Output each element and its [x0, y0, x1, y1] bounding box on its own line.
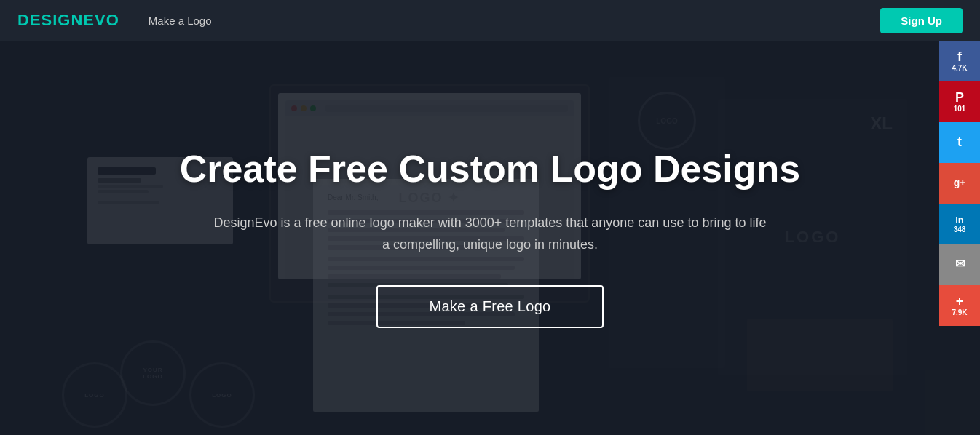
navbar: DESIGNEVO Make a Logo Sign Up [0, 0, 980, 41]
hero-section: YOURLOGO LOGO LOGO LOGO ✦ [0, 41, 980, 435]
google-plus-icon: g+ [954, 177, 966, 188]
share-plus-icon: + [956, 295, 964, 308]
brand-name-part1: DESIGN [17, 11, 83, 29]
nav-left: DESIGNEVO Make a Logo [17, 11, 212, 30]
nav-make-logo[interactable]: Make a Logo [149, 15, 212, 27]
social-facebook[interactable]: f 4.7K [939, 41, 980, 81]
social-share[interactable]: + 7.9K [939, 285, 980, 326]
hero-content: Create Free Custom Logo Designs DesignEv… [165, 148, 815, 328]
email-icon: ✉ [955, 258, 965, 270]
brand-logo[interactable]: DESIGNEVO [17, 11, 119, 30]
signup-button[interactable]: Sign Up [880, 8, 963, 33]
hero-cta-button[interactable]: Make a Free Logo [376, 285, 603, 328]
linkedin-count: 348 [954, 226, 966, 234]
pinterest-count: 101 [954, 105, 966, 113]
pinterest-icon: P [955, 91, 964, 104]
social-google-plus[interactable]: g+ [939, 163, 980, 204]
facebook-count: 4.7K [952, 65, 967, 72]
social-twitter[interactable]: t [939, 122, 980, 163]
hero-subtitle: DesignEvo is a free online logo maker wi… [213, 212, 767, 256]
twitter-icon: t [957, 135, 962, 148]
social-sidebar: f 4.7K P 101 t g+ in 348 ✉ + 7.9K [939, 41, 980, 326]
share-count: 7.9K [952, 309, 967, 316]
linkedin-icon: in [955, 215, 964, 225]
facebook-icon: f [957, 50, 962, 63]
hero-title: Create Free Custom Logo Designs [180, 148, 800, 191]
social-pinterest[interactable]: P 101 [939, 81, 980, 122]
brand-name-part2: EVO [83, 11, 119, 29]
social-email[interactable]: ✉ [939, 244, 980, 285]
social-linkedin[interactable]: in 348 [939, 204, 980, 244]
